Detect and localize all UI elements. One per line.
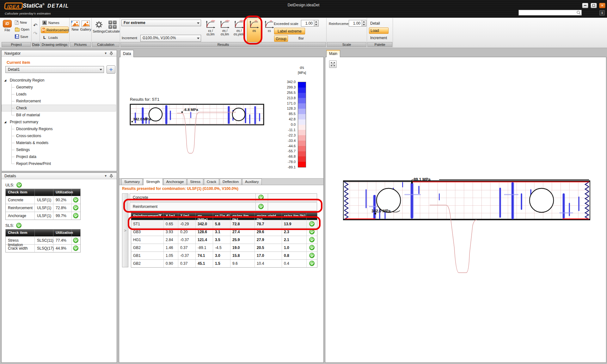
maximize-button[interactable] xyxy=(591,3,597,8)
increment-dropdown[interactable]: G100.0%, V100.0% xyxy=(140,35,201,42)
spinner-arrows-icon xyxy=(362,20,366,27)
pass-check-icon xyxy=(73,246,78,251)
navigator-tree-item[interactable]: ◢ Geometry xyxy=(2,84,116,91)
check-table-row[interactable]: Anchorage ULSF(1) 99.7% xyxy=(6,212,80,220)
navigator-tree-item[interactable]: ◢ Project data xyxy=(2,153,116,160)
check-table-row[interactable]: Stress limitation SLSC(11) 77.4% xyxy=(6,236,80,244)
bar-label: Bar xyxy=(298,36,304,40)
undo-icon: ↶ xyxy=(33,23,37,28)
extreme-label-bottom: 342.0 MPa xyxy=(371,209,390,213)
current-item-dropdown[interactable]: Detail1 xyxy=(5,66,104,73)
table-row[interactable]: GB3 3.93 0.20 128.6 3.1 27.4 29.6 2.3 xyxy=(131,228,317,236)
check-table-row[interactable]: Concrete ULSF(1) 90.2% xyxy=(6,196,80,204)
file-button[interactable]: ID File xyxy=(2,19,13,32)
check-table-row[interactable]: Reinforcement ULSF(1) 72.8% xyxy=(6,204,80,212)
ribbon: ID File New Open Save Project ↶ ↷ Data A… xyxy=(0,18,607,48)
zoom-fit-button[interactable] xyxy=(329,60,337,68)
names-toggle[interactable]: ANames xyxy=(41,19,69,26)
undo-button[interactable]: ↶ xyxy=(32,22,38,28)
new-button[interactable]: New xyxy=(14,19,28,25)
expander-strip[interactable]: > xyxy=(122,193,128,267)
ribbon-group-palette: DetailLoadIncrement Palette xyxy=(367,18,393,47)
check-table-row[interactable]: Crack width SLSQ(17) 44.9% xyxy=(6,244,80,252)
settings-button[interactable]: Settings xyxy=(92,19,106,33)
section-row-concrete[interactable]: Concrete xyxy=(130,193,317,202)
table-row[interactable]: GB1 1.05 -0.37 74.1 3.0 15.8 17.0 0.8 xyxy=(131,252,317,259)
navigator-tree-item[interactable]: ◢ Discontinuity Region xyxy=(2,77,116,84)
filter-icon[interactable] xyxy=(158,214,162,217)
result-tab[interactable]: Strength xyxy=(143,178,162,185)
table-row[interactable]: HG1 2.84 -0.37 121.4 3.5 25.9 27.9 2.1 xyxy=(131,236,317,244)
palette-option[interactable]: Detail xyxy=(369,21,389,26)
color-scale-segment xyxy=(298,88,306,93)
section-row-reinforcement[interactable]: Reinforcement xyxy=(130,202,317,211)
ribbon-group-pictures: + New Gallery Pictures xyxy=(70,18,92,47)
group-label-pictures: Pictures xyxy=(70,42,91,47)
pin-icon[interactable] xyxy=(110,52,113,56)
navigator-tree-item[interactable]: ◢ Check xyxy=(2,105,116,112)
column-header: Utilization xyxy=(53,229,72,236)
tree-expander-icon[interactable]: ◢ xyxy=(4,77,6,84)
reinforcement-toggle[interactable]: RReinforcement xyxy=(41,27,69,33)
table-row[interactable]: GB2 0.90 0.37 45.1 1.5 9.6 10.4 0.4 xyxy=(131,259,317,267)
navigator-tree-item[interactable]: ◢ Report Preview/Print xyxy=(2,160,116,167)
result-tab[interactable]: Auxiliary xyxy=(242,179,261,185)
navigator-tree-item[interactable]: ◢ Settings xyxy=(2,146,116,153)
save-button[interactable]: Save xyxy=(14,33,29,39)
navigator-tree-item[interactable]: ◢ Bill of material xyxy=(2,112,116,118)
navigator-tree-item[interactable]: ◢ Project summary xyxy=(2,118,116,125)
navigator-tree-item[interactable]: ◢ Materials & models xyxy=(2,139,116,146)
stress-strain-curve-icon: εs xyxy=(264,20,275,29)
result-tab[interactable]: Anchorage xyxy=(163,179,187,185)
extreme-dropdown[interactable]: For extreme xyxy=(121,20,201,26)
result-tab[interactable]: Crack xyxy=(204,179,219,185)
scale-tick: -78.0 xyxy=(268,160,296,164)
calculate-button[interactable]: +− ×÷ Calculate xyxy=(106,19,120,33)
scale-tick: -44.6 xyxy=(268,144,296,148)
minimize-button[interactable] xyxy=(582,3,588,8)
result-display-button[interactable]: σlim σs / σs,lim xyxy=(218,19,231,37)
loads-toggle[interactable]: LLoads xyxy=(41,34,69,41)
navigator-tree-item[interactable]: ◢ Discontinuity Regions xyxy=(2,125,116,132)
palette-option[interactable]: Increment xyxy=(369,35,389,41)
tab-main[interactable]: Main xyxy=(326,50,340,57)
main-canvas[interactable]: -89.1 MPa 342.0 MPa xyxy=(325,57,606,363)
tab-data[interactable]: Data xyxy=(120,50,134,57)
sls-status: SLS: xyxy=(5,223,21,228)
collapse-icon[interactable]: ▾ xyxy=(105,51,107,55)
pass-check-icon xyxy=(309,229,315,234)
collapse-icon[interactable]: ▾ xyxy=(105,174,107,178)
open-button[interactable]: Open xyxy=(14,26,30,32)
result-display-button[interactable]: εlim εs / εs,lim xyxy=(204,19,217,37)
search-box[interactable] xyxy=(518,10,582,15)
close-button[interactable]: ✕ xyxy=(599,3,605,8)
gallery-button[interactable]: Gallery xyxy=(80,19,91,32)
group-toggle[interactable]: Group xyxy=(274,35,288,42)
navigator-tree-item[interactable]: ◢ Reinforcement xyxy=(2,98,116,105)
result-tab[interactable]: Deflection xyxy=(220,179,242,185)
table-row[interactable]: GB2 1.46 0.37 -89.1 -4.5 19.0 20.5 1.0 xyxy=(131,244,317,252)
picture-new-button[interactable]: + New xyxy=(70,19,80,32)
group-label-calculation: Calculation xyxy=(92,42,120,47)
uls-status: ULS: xyxy=(5,182,22,188)
palette-option[interactable]: Load xyxy=(369,27,389,34)
result-tab[interactable]: Summary xyxy=(121,179,143,185)
result-display-button[interactable]: σlim σs / σs,yield xyxy=(233,19,245,37)
navigator-tree-item[interactable]: ◢ Cross-sections xyxy=(2,132,116,139)
search-input[interactable] xyxy=(519,10,576,15)
data-canvas[interactable]: Results for: ST1 xyxy=(119,57,324,363)
redo-icon: ↷ xyxy=(33,31,37,36)
names-icon: A xyxy=(42,21,47,25)
result-tab[interactable]: Stress xyxy=(187,179,203,185)
info-button[interactable]: i xyxy=(599,10,605,15)
label-extreme-toggle[interactable]: Label extreme xyxy=(274,28,305,34)
result-display-button[interactable]: εs εs xyxy=(263,19,276,33)
tree-expander-icon[interactable]: ◢ xyxy=(4,118,6,125)
column-header: εs/εs,lim [%] xyxy=(282,212,307,220)
pin-icon[interactable] xyxy=(110,174,113,178)
navigator-tree-item[interactable]: ◢ Loads xyxy=(2,91,116,98)
add-item-button[interactable]: + xyxy=(107,65,115,74)
table-row[interactable]: ST1 0.65 -0.29 342.0 5.8 72.8 78.7 13.9 xyxy=(131,220,317,228)
chevron-down-icon xyxy=(197,38,199,39)
redo-button[interactable]: ↷ xyxy=(32,31,38,37)
